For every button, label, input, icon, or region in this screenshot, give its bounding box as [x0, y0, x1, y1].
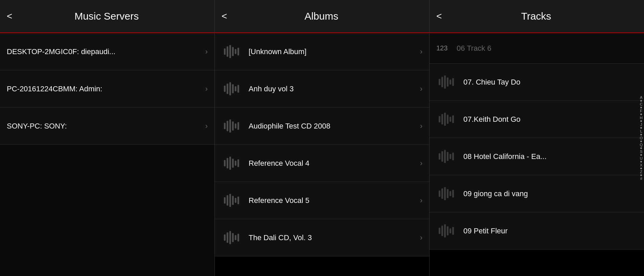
alpha-dot — [640, 147, 642, 149]
svg-rect-2 — [229, 45, 231, 58]
albums-header: < Albums — [215, 0, 429, 33]
album-name: Reference Vocal 5 — [249, 196, 420, 205]
svg-rect-47 — [452, 115, 454, 123]
svg-rect-21 — [232, 159, 234, 168]
svg-rect-31 — [227, 232, 228, 243]
svg-rect-54 — [439, 190, 440, 197]
alpha-letter-s[interactable]: S — [640, 150, 642, 154]
track-item[interactable]: 08 Hotel California - Ea... — [430, 138, 644, 175]
server-name: SONY-PC: SONY: — [7, 122, 205, 131]
svg-rect-24 — [224, 197, 226, 204]
svg-rect-9 — [232, 84, 234, 93]
music-waveform-icon — [436, 221, 457, 241]
svg-rect-5 — [237, 48, 239, 55]
tracks-back-button[interactable]: < — [436, 11, 442, 22]
server-name: DESKTOP-2MGIC0F: diepaudi... — [7, 47, 205, 56]
svg-rect-34 — [235, 235, 236, 240]
chevron-right-icon: › — [205, 47, 208, 56]
alpha-letter-c[interactable]: C — [640, 102, 643, 106]
svg-rect-40 — [450, 79, 451, 85]
svg-rect-25 — [227, 195, 228, 206]
alphabet-index: A C F H J L O Q S U X Z # — [640, 96, 643, 181]
svg-rect-59 — [452, 190, 454, 198]
svg-rect-17 — [237, 122, 239, 130]
svg-rect-12 — [224, 123, 226, 129]
svg-rect-64 — [450, 228, 451, 233]
chevron-right-icon: › — [420, 233, 422, 242]
list-item[interactable]: Anh duy vol 3 › — [215, 70, 429, 108]
list-item[interactable]: [Unknown Album] › — [215, 33, 429, 70]
svg-rect-22 — [235, 161, 236, 166]
album-name: The Dali CD, Vol. 3 — [249, 233, 420, 242]
svg-rect-14 — [229, 119, 231, 133]
svg-rect-19 — [227, 158, 228, 168]
alpha-letter-h[interactable]: H — [640, 116, 643, 120]
list-item[interactable]: PC-20161224CBMM: Admin: › — [0, 70, 214, 108]
svg-rect-50 — [444, 150, 446, 163]
track-item-first[interactable]: 123 06 Track 6 — [430, 33, 644, 64]
list-item[interactable]: Reference Vocal 5 › — [215, 182, 429, 219]
svg-rect-44 — [444, 113, 446, 126]
tracks-panel: < Tracks 123 06 Track 6 07. Chieu Tay Do — [430, 0, 644, 276]
svg-rect-13 — [227, 121, 228, 131]
music-waveform-icon — [436, 146, 457, 167]
track-item[interactable]: 07.Keith Dont Go — [430, 101, 644, 138]
list-item[interactable]: Reference Vocal 4 › — [215, 145, 429, 182]
svg-rect-6 — [224, 86, 226, 92]
alpha-letter-o[interactable]: O — [640, 136, 643, 140]
track-item[interactable]: 07. Chieu Tay Do — [430, 64, 644, 101]
alpha-letter-j[interactable]: J — [640, 123, 642, 127]
svg-rect-55 — [441, 188, 443, 199]
track-name: 09 Petit Fleur — [463, 227, 637, 235]
svg-rect-35 — [237, 234, 239, 242]
alpha-letter-u[interactable]: U — [640, 157, 643, 160]
album-name: [Unknown Album] — [249, 47, 420, 56]
svg-rect-60 — [439, 228, 440, 234]
album-name: Reference Vocal 4 — [249, 159, 420, 168]
svg-rect-8 — [229, 82, 231, 95]
svg-rect-10 — [235, 86, 236, 91]
alpha-letter-q[interactable]: Q — [640, 143, 643, 147]
track-item[interactable]: 09 Petit Fleur — [430, 212, 644, 250]
svg-rect-46 — [450, 117, 451, 122]
list-item[interactable]: The Dali CD, Vol. 3 › — [215, 219, 429, 256]
svg-rect-29 — [237, 197, 239, 204]
albums-title: Albums — [234, 10, 409, 22]
svg-rect-1 — [227, 46, 228, 57]
track-number: 123 — [436, 44, 457, 52]
svg-rect-43 — [441, 114, 443, 124]
alpha-letter-a[interactable]: A — [640, 96, 642, 99]
list-item[interactable]: SONY-PC: SONY: › — [0, 108, 214, 145]
tracks-header: < Tracks — [430, 0, 644, 33]
svg-rect-48 — [439, 153, 440, 160]
svg-rect-32 — [229, 231, 231, 244]
alpha-dot — [640, 141, 642, 142]
svg-rect-16 — [235, 123, 236, 129]
server-name: PC-20161224CBMM: Admin: — [7, 85, 205, 93]
music-waveform-icon — [436, 72, 457, 92]
empty-area — [0, 145, 214, 276]
track-name: 07.Keith Dont Go — [463, 115, 637, 124]
alpha-dot — [640, 120, 642, 122]
alpha-letter-z[interactable]: Z — [640, 170, 642, 174]
svg-rect-33 — [232, 233, 234, 242]
alpha-letter-hash[interactable]: # — [640, 177, 642, 181]
music-servers-panel: < Music Servers DESKTOP-2MGIC0F: diepaud… — [0, 0, 215, 276]
svg-rect-62 — [444, 224, 446, 237]
music-servers-back-button[interactable]: < — [7, 11, 12, 22]
list-item[interactable]: Audiophile Test CD 2008 › — [215, 108, 429, 145]
svg-rect-15 — [232, 121, 234, 131]
albums-back-button[interactable]: < — [222, 11, 227, 22]
svg-rect-42 — [439, 116, 440, 122]
albums-panel: < Albums [Unknown Album] › — [215, 0, 430, 276]
alpha-letter-x[interactable]: X — [640, 163, 642, 167]
list-item[interactable]: DESKTOP-2MGIC0F: diepaudi... › — [0, 33, 214, 70]
music-waveform-icon — [222, 228, 242, 248]
svg-rect-7 — [227, 84, 228, 94]
alpha-letter-f[interactable]: F — [640, 109, 642, 113]
svg-rect-26 — [229, 194, 231, 207]
track-item[interactable]: 09 giong ca di vang — [430, 175, 644, 212]
svg-rect-49 — [441, 151, 443, 162]
music-waveform-icon — [436, 109, 457, 130]
alpha-letter-l[interactable]: L — [640, 130, 642, 133]
